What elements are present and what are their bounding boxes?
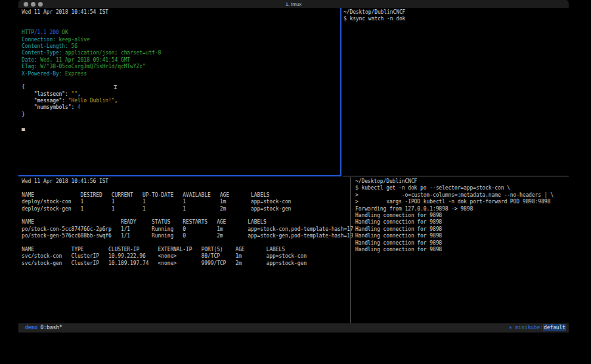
terminal-line: X-Powered-By: Express bbox=[22, 71, 343, 77]
terminal-line: { bbox=[22, 84, 343, 91]
terminal-line: Handling connection for 9898 bbox=[355, 240, 572, 247]
terminal-line: NAME TYPE CLUSTER-IP EXTERNAL-IP PORT(S)… bbox=[22, 247, 353, 253]
terminal-line: Handling connection for 9898 bbox=[355, 233, 572, 239]
terminal-window: 1. tmux Wed 11 Apr 2018 10:41:54 IST HTT… bbox=[18, 0, 569, 333]
pane-kubectl-get[interactable]: Wed 11 Apr 2018 10:41:56 IST NAME DESIRE… bbox=[18, 177, 353, 325]
terminal-line: Content-Type: application/json; charset=… bbox=[22, 50, 343, 56]
terminal-line bbox=[22, 23, 343, 30]
pane-ksync-watch[interactable]: ~/Desktop/DublinCNCF$ ksync watch -n dok bbox=[341, 8, 569, 177]
terminal-line: deploy/stock-con 1 1 1 1 1m app=stock-co… bbox=[22, 199, 353, 205]
terminal-line: Wed 11 Apr 2018 10:41:56 IST bbox=[22, 178, 353, 185]
terminal-line: po/stock-con-5cc874766c-2p6rp 1/1 Runnin… bbox=[22, 226, 353, 233]
terminal-line: Handling connection for 9898 bbox=[355, 247, 572, 253]
kube-namespace: default bbox=[543, 324, 566, 331]
terminal-line: } bbox=[22, 111, 343, 118]
terminal-line: Forwarding from 127.0.0.1:9898 -> 9898 bbox=[355, 206, 572, 212]
terminal-line: > xargs -IPOD kubectl -n dok port-forwar… bbox=[355, 199, 572, 205]
terminal-line bbox=[22, 16, 343, 22]
window-titlebar[interactable]: 1. tmux bbox=[18, 0, 569, 8]
pane-divider-horizontal[interactable] bbox=[343, 176, 569, 176]
terminal-line: "numsymbols": 4 bbox=[22, 104, 343, 111]
terminal-line: ~/Desktop/DublinCNCF bbox=[343, 9, 569, 16]
terminal-line: deploy/stock-gen 1 1 1 1 2m app=stock-ge… bbox=[22, 206, 353, 212]
terminal-line: ~/Desktop/DublinCNCF bbox=[355, 178, 572, 185]
terminal-line bbox=[22, 185, 353, 192]
terminal-line: > -o=custom-columns=:metadata.name --no-… bbox=[355, 192, 572, 199]
terminal-line bbox=[22, 240, 353, 247]
status-right: ⎈ minikube:default bbox=[509, 323, 566, 333]
terminal-line bbox=[22, 212, 353, 219]
terminal-line: NAME READY STATUS RESTARTS AGE LABELS bbox=[22, 219, 353, 226]
pane-divider-vertical[interactable] bbox=[350, 177, 351, 323]
kube-cluster-name: minikube bbox=[512, 325, 540, 331]
terminal-line: $ ksync watch -n dok bbox=[343, 16, 569, 22]
terminal-line bbox=[22, 77, 343, 84]
terminal-line: $ kubectl get -n dok po --selector=app=s… bbox=[355, 185, 572, 192]
terminal-line: NAME DESIRED CURRENT UP-TO-DATE AVAILABL… bbox=[22, 192, 353, 199]
terminal-line: Connection: keep-alive bbox=[22, 37, 343, 43]
terminal-line bbox=[22, 118, 343, 125]
terminal-line: Wed 11 Apr 2018 10:41:54 IST bbox=[22, 9, 343, 16]
terminal-line: ETag: W/"38-05coCsrg3mQ75sHr1d/qcMTwYZc" bbox=[22, 64, 343, 70]
terminal-line: svc/stock-gen ClusterIP 10.109.197.74 <n… bbox=[22, 260, 353, 267]
terminal-line: Content-Length: 56 bbox=[22, 43, 343, 50]
terminal-line: HTTP/1.1 200 OK bbox=[22, 30, 343, 36]
terminal-line: Handling connection for 9898 bbox=[355, 212, 572, 219]
session-name: demo bbox=[25, 325, 37, 331]
terminal-line: Handling connection for 9898 bbox=[355, 226, 572, 233]
pane-port-forward[interactable]: ~/Desktop/DublinCNCF$ kubectl get -n dok… bbox=[352, 177, 572, 325]
window-title: 1. tmux bbox=[18, 0, 569, 8]
terminal-line: Date: Wed, 11 Apr 2018 09:41:54 GMT bbox=[22, 57, 343, 64]
terminal-line: po/stock-gen-576cc688bb-swqf6 1/1 Runnin… bbox=[22, 233, 353, 239]
mouse-cursor: ⌶ bbox=[114, 84, 117, 91]
pane-http-response[interactable]: Wed 11 Apr 2018 10:41:54 IST HTTP/1.1 20… bbox=[18, 8, 343, 177]
pane-divider-horizontal-active[interactable] bbox=[18, 175, 341, 176]
terminal-line: "lastseen": "", bbox=[22, 91, 343, 98]
terminal-line: ▄ bbox=[22, 125, 343, 132]
terminal-line: "message": "Hello Dublin!", bbox=[22, 98, 343, 104]
tmux-status-bar: demo 0:bash* ⎈ minikube:default bbox=[18, 323, 569, 333]
window-item-bash[interactable]: 0:bash* bbox=[37, 325, 65, 331]
terminal-line: svc/stock-con ClusterIP 10.99.222.96 <no… bbox=[22, 253, 353, 260]
terminal-line: Handling connection for 9898 bbox=[355, 219, 572, 226]
status-left: demo 0:bash* bbox=[25, 323, 65, 333]
